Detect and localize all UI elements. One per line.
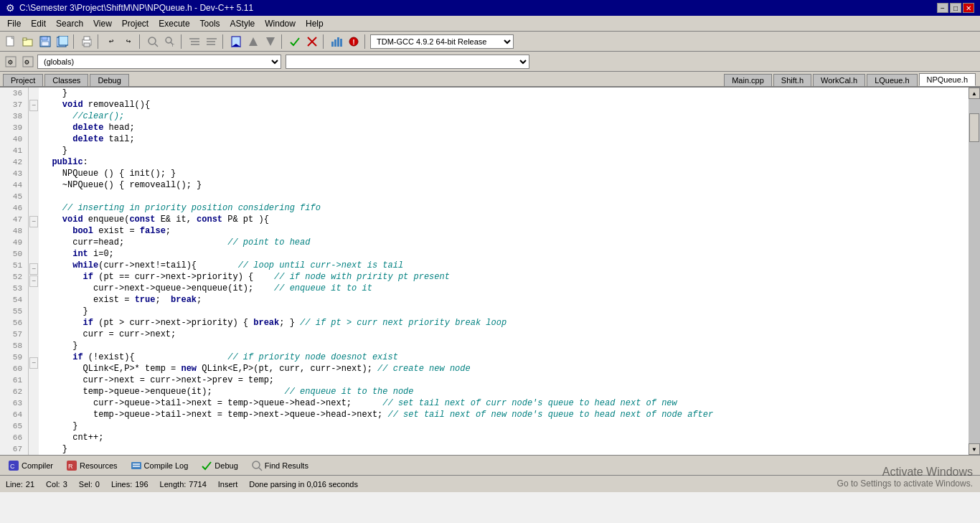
- fold-47[interactable]: −: [29, 216, 38, 227]
- code-line-51: while(curr->next!=tail){ // loop until c…: [42, 260, 969, 271]
- tab-shift-h[interactable]: Shift.h: [773, 74, 811, 86]
- fold-44: [29, 181, 39, 192]
- indent-button[interactable]: [187, 34, 202, 50]
- line-num-37: 37: [0, 99, 25, 110]
- code-line-40: delete tail;: [42, 133, 969, 145]
- undo-button[interactable]: ↩: [103, 34, 119, 50]
- new-button[interactable]: [3, 34, 19, 50]
- titlebar: ⚙ C:\Semester 3\Project\ShiftM\NP\NPQueu…: [0, 0, 980, 16]
- abort-button[interactable]: [304, 34, 320, 50]
- print-button[interactable]: [79, 34, 95, 50]
- redo-button[interactable]: ↪: [121, 34, 136, 50]
- globals-combo[interactable]: (globals): [37, 55, 281, 69]
- fold-63: [29, 404, 39, 415]
- save-all-button[interactable]: [55, 34, 70, 50]
- fold-49: [29, 240, 39, 251]
- line-value: 21: [26, 480, 34, 489]
- fold-46: [29, 204, 39, 215]
- fold-59[interactable]: −: [29, 357, 38, 369]
- tab-lqueue-h[interactable]: LQueue.h: [867, 74, 917, 86]
- jump-back-button[interactable]: ⚙: [3, 54, 19, 70]
- fold-57: [29, 334, 39, 345]
- minimize-button[interactable]: −: [937, 3, 948, 13]
- menu-edit[interactable]: Edit: [27, 17, 50, 30]
- compile-check-button[interactable]: [287, 34, 303, 50]
- tab-main-cpp[interactable]: Main.cpp: [724, 74, 772, 86]
- scroll-down-button[interactable]: ▼: [969, 443, 980, 455]
- profiler-button[interactable]: [329, 34, 344, 50]
- tab-classes[interactable]: Classes: [44, 74, 88, 86]
- menu-project[interactable]: Project: [118, 17, 153, 30]
- code-line-39: delete head;: [42, 122, 969, 133]
- status-message: Done parsing in 0,016 seconds: [249, 480, 358, 489]
- find-replace-button[interactable]: r: [162, 34, 178, 50]
- code-line-36: }: [42, 88, 969, 99]
- prev-bookmark-button[interactable]: [245, 34, 261, 50]
- menu-file[interactable]: File: [3, 17, 25, 30]
- tab-debug[interactable]: Debug: [90, 74, 128, 86]
- menu-search[interactable]: Search: [52, 17, 88, 30]
- fold-54: [29, 299, 39, 311]
- resources-panel-button[interactable]: R Resources: [61, 458, 123, 473]
- fold-61: [29, 381, 39, 392]
- scroll-thumb[interactable]: [969, 113, 979, 142]
- fold-41: [29, 146, 39, 158]
- compile-log-panel-button[interactable]: Compile Log: [126, 458, 194, 473]
- save-button[interactable]: [37, 34, 53, 50]
- menu-tools[interactable]: Tools: [196, 17, 225, 30]
- line-num-40: 40: [0, 133, 25, 145]
- find-results-icon: [251, 460, 263, 471]
- debug-button[interactable]: !: [346, 34, 362, 50]
- code-editor[interactable]: } void removeall(){ //clear(); delete he…: [39, 88, 969, 455]
- scroll-up-button[interactable]: ▲: [969, 88, 980, 99]
- find-button[interactable]: [145, 34, 161, 50]
- svg-point-46: [253, 461, 260, 468]
- fold-55: [29, 311, 39, 322]
- maximize-button[interactable]: □: [950, 3, 961, 13]
- toggle-bookmarks-button[interactable]: [228, 34, 244, 50]
- line-num-50: 50: [0, 248, 25, 260]
- code-line-67: }: [42, 443, 969, 455]
- line-numbers: 36 37 38 39 40 41 42 43 44 45 46 47 48 4…: [0, 88, 29, 455]
- find-results-panel-button[interactable]: Find Results: [246, 458, 314, 473]
- members-combo[interactable]: [286, 55, 529, 69]
- fold-37[interactable]: −: [29, 100, 38, 111]
- line-num-42: 42: [0, 156, 25, 168]
- line-num-38: 38: [0, 110, 25, 122]
- svg-rect-29: [331, 42, 334, 47]
- fold-48: [29, 228, 39, 240]
- close-button[interactable]: ✕: [963, 3, 974, 13]
- tab-project[interactable]: Project: [3, 74, 43, 86]
- debug-panel-button[interactable]: Debug: [196, 458, 242, 473]
- tab-workcal-h[interactable]: WorkCal.h: [813, 74, 865, 86]
- menu-view[interactable]: View: [89, 17, 116, 30]
- activate-windows-title: Activate Windows: [763, 466, 973, 479]
- menu-astyle[interactable]: AStyle: [226, 17, 260, 30]
- toolbar-separator-6: [281, 34, 284, 49]
- unindent-button[interactable]: [204, 34, 220, 50]
- titlebar-controls[interactable]: − □ ✕: [937, 3, 974, 13]
- menu-execute[interactable]: Execute: [154, 17, 194, 30]
- svg-point-12: [149, 37, 156, 44]
- scroll-track[interactable]: [969, 99, 980, 443]
- compiler-combo[interactable]: TDM-GCC 4.9.2 64-bit Release: [370, 34, 514, 49]
- status-length: Length: 7714: [160, 480, 207, 489]
- menu-window[interactable]: Window: [260, 17, 300, 30]
- fold-52[interactable]: −: [29, 275, 38, 287]
- code-line-54: exist = true; break;: [42, 294, 969, 306]
- next-bookmark-button[interactable]: [263, 34, 278, 50]
- col-value: 3: [63, 480, 67, 489]
- open-button[interactable]: [20, 34, 36, 50]
- code-line-57: curr = curr->next;: [42, 329, 969, 340]
- code-line-45: [42, 191, 969, 202]
- code-line-61: curr->next = curr->next->prev = temp;: [42, 374, 969, 386]
- jump-fwd-button[interactable]: ⚙: [20, 54, 36, 70]
- fold-53: [29, 288, 39, 299]
- line-num-39: 39: [0, 122, 25, 133]
- vertical-scrollbar[interactable]: ▲ ▼: [969, 88, 980, 455]
- tab-npqueue-h[interactable]: NPQueue.h: [919, 73, 976, 86]
- menu-help[interactable]: Help: [301, 17, 328, 30]
- fold-51[interactable]: −: [29, 263, 38, 275]
- compiler-panel-button[interactable]: C Compiler: [3, 458, 58, 473]
- code-line-42: public:: [42, 156, 969, 168]
